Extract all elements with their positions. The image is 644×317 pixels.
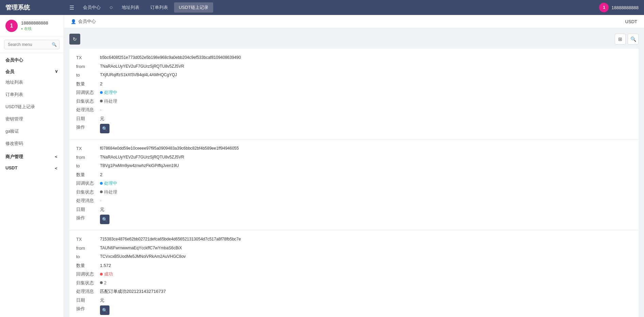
nav-usdt-records[interactable]: USDT链上记录: [174, 2, 213, 13]
sidebar-search[interactable]: 🔍: [0, 36, 64, 53]
record-to-2: TBVg1PwMm9yw4znwhzFkiGPiffqJven19U: [100, 163, 179, 169]
sidebar-user: 1 18888888888 在线: [0, 15, 64, 36]
label-to: to: [76, 253, 100, 260]
sidebar-item-key-manage[interactable]: 密钥管理: [0, 113, 64, 125]
sidebar-item-member-center[interactable]: 会员中心: [0, 53, 64, 65]
app-logo: 管理系统: [5, 3, 67, 12]
breadcrumb-text: 会员中心: [78, 18, 96, 24]
chevron-down-icon-usdt: ＜: [54, 165, 58, 171]
toolbar-left: ↻: [69, 34, 80, 45]
record-date-3: 元: [100, 297, 104, 304]
status-dot-success: [100, 273, 103, 276]
record-to-3: TCVxcxB5UodMe5JMNoiVRkAm2AuVHGC8ov: [100, 253, 186, 260]
sidebar: 1 18888888888 在线 🔍 会员中心 会员 ∨ 地址列表 订单列表 U…: [0, 15, 64, 317]
sidebar-item-member[interactable]: 会员 ∨: [0, 65, 64, 76]
collect-status-text-1: 待处理: [104, 98, 117, 105]
record-qty-3: 1.572: [100, 262, 111, 269]
record-callback-status-2: 处理中: [100, 180, 117, 187]
breadcrumb-right-label: USDT: [625, 19, 637, 24]
nav-circle-icon: ○: [109, 4, 113, 11]
record-from-2: TNaRAoLUyYEV2uF7GUrzSjRQTU8v5ZJ5VR: [100, 154, 184, 161]
toolbar-right: ⊞ 🔍: [615, 34, 639, 45]
record-from-3: TAUN6FwrnwwmaEqYcckffC7wYmbaS6cBiX: [100, 245, 182, 252]
label-action: 操作: [76, 124, 100, 133]
label-date: 日期: [76, 297, 100, 304]
label-date: 日期: [76, 206, 100, 213]
record-msg-1: -: [100, 106, 101, 113]
action-search-button-2[interactable]: 🔍: [100, 215, 109, 224]
collect-text-3: 2: [104, 280, 106, 286]
search-filter-button[interactable]: 🔍: [628, 34, 639, 45]
callback-text-3: 成功: [104, 271, 113, 278]
status-text-1: 处理中: [104, 89, 117, 96]
sidebar-item-order-list[interactable]: 订单列表: [0, 88, 64, 101]
sidebar-item-change-password[interactable]: 修改密码: [0, 137, 64, 150]
record-from-1: TNaRAoLUyYEV2uF7GUrzSjRQTU8v5ZJ5VR: [100, 63, 184, 70]
label-quantity: 数量: [76, 81, 100, 87]
nav-members-center[interactable]: 会员中心: [78, 2, 105, 13]
table-row: TX f078684e0dd59e10ceeee97f95a0909483a39…: [69, 139, 639, 230]
refresh-button[interactable]: ↻: [69, 34, 80, 45]
record-to-1: TXjfURqiffzS1kXf3VB4qt4L4AMHQCgYQJ: [100, 72, 177, 79]
label-process-msg: 处理消息: [76, 288, 100, 295]
chevron-down-icon-merchant: ＜: [54, 154, 58, 160]
records-container: TX b5bc6408f251e773d052e5b198e968c9a0ebb…: [69, 49, 639, 317]
user-avatar-top: 1: [599, 3, 609, 12]
label-callback-status: 回调状态: [76, 89, 100, 96]
nav-order-list[interactable]: 订单列表: [146, 2, 173, 13]
label-tx: TX: [76, 236, 100, 243]
label-collect-status: 归集状态: [76, 98, 100, 105]
menu-hamburger-icon[interactable]: ☰: [69, 4, 74, 11]
label-collect-status: 归集状态: [76, 280, 100, 286]
content-area: ↻ ⊞ 🔍 TX b5bc6408f251e773d052e5b198e968c…: [64, 28, 644, 317]
action-search-button-1[interactable]: 🔍: [100, 124, 109, 133]
sidebar-item-usdt[interactable]: USDT ＜: [0, 161, 64, 173]
record-msg-2: -: [100, 197, 101, 204]
sidebar-item-usdt-label: USDT: [5, 165, 17, 171]
callback-text-2: 处理中: [104, 180, 117, 187]
sidebar-item-merchant-manage[interactable]: 商户管理 ＜: [0, 150, 64, 161]
status-dot: [100, 190, 103, 193]
table-row: TX b5bc6408f251e773d052e5b198e968c9a0ebb…: [69, 49, 639, 139]
action-search-button-3[interactable]: 🔍: [100, 305, 109, 315]
label-action: 操作: [76, 305, 100, 315]
sidebar-item-address-list[interactable]: 地址列表: [0, 76, 64, 88]
label-date: 日期: [76, 115, 100, 122]
label-quantity: 数量: [76, 171, 100, 178]
search-icon: 🔍: [52, 42, 57, 47]
grid-view-button[interactable]: ⊞: [615, 34, 626, 45]
record-qty-1: 2: [100, 81, 102, 87]
label-callback-status: 回调状态: [76, 180, 100, 187]
record-date-2: 元: [100, 206, 104, 213]
status-dot-processing: [100, 91, 103, 94]
record-date-1: 元: [100, 115, 104, 122]
label-collect-status: 归集状态: [76, 189, 100, 196]
label-process-msg: 处理消息: [76, 197, 100, 204]
label-tx: TX: [76, 54, 100, 61]
main-content: 👤 会员中心 USDT ↻ ⊞ 🔍 TX: [64, 15, 644, 317]
nav-address-list[interactable]: 地址列表: [117, 2, 144, 13]
label-quantity: 数量: [76, 262, 100, 269]
record-collect-status-1: 待处理: [100, 98, 117, 105]
breadcrumb-bar: 👤 会员中心 USDT: [64, 15, 644, 28]
record-callback-status-1: 处理中: [100, 89, 117, 96]
sidebar-item-usdt-records[interactable]: USDT链上记录: [0, 101, 64, 113]
label-callback-status: 回调状态: [76, 271, 100, 278]
record-qty-2: 2: [100, 171, 102, 178]
sidebar-item-ga-verify[interactable]: ga验证: [0, 125, 64, 137]
status-dot-pending: [100, 100, 103, 102]
label-process-msg: 处理消息: [76, 106, 100, 113]
toolbar: ↻ ⊞ 🔍: [69, 34, 639, 45]
record-tx-3: 715383ce4876e62bb02721defca65bde4d656521…: [100, 236, 241, 243]
sidebar-status: 在线: [21, 26, 48, 31]
breadcrumb: 👤 会员中心: [71, 18, 96, 24]
search-input[interactable]: [4, 40, 60, 49]
user-phone-top: 18888888888: [611, 5, 639, 10]
sidebar-item-merchant-label: 商户管理: [5, 154, 23, 160]
status-dot: [100, 182, 103, 185]
label-tx: TX: [76, 145, 100, 152]
record-tx-2: f078684e0dd59e10ceeee97f95a0909483a39c6b…: [100, 145, 239, 152]
record-collect-status-3: 2: [100, 280, 106, 286]
record-msg-3: 匹配订单成功2021231432716737: [100, 288, 166, 295]
record-tx-1: b5bc6408f251e773d052e5b198e968c9a0ebb204…: [100, 54, 241, 61]
